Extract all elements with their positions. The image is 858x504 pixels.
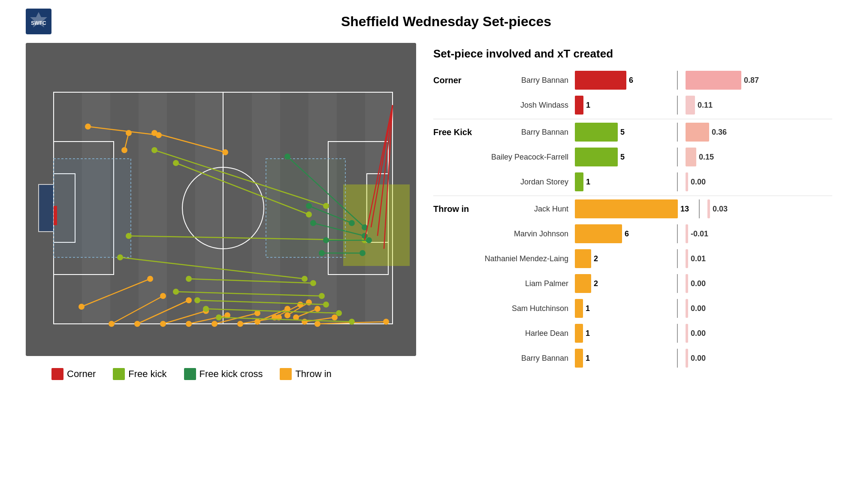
svg-rect-11 [224, 92, 252, 324]
bar-count: 13 [680, 205, 691, 214]
svg-point-53 [186, 321, 192, 327]
bar-count: 1 [586, 329, 596, 338]
legend: Corner Free kick Free kick cross Throw i… [26, 360, 416, 388]
svg-point-93 [302, 276, 308, 282]
svg-point-75 [126, 130, 132, 136]
svg-point-116 [366, 237, 372, 243]
right-panel: Set-piece involved and xT created Corner… [433, 43, 832, 500]
bar-left: 1 [575, 172, 669, 191]
bar-count: 2 [594, 279, 604, 288]
player-name: Barry Bannan [480, 76, 575, 85]
count-bar [575, 148, 618, 166]
xt-bar [686, 123, 709, 142]
count-bar [575, 96, 583, 115]
bars-area: 6 0.87 [575, 71, 832, 90]
xt-value: 0.15 [699, 153, 722, 162]
svg-rect-28 [54, 206, 57, 225]
svg-point-74 [222, 149, 228, 155]
header: SWFC Sheffield Wednesday Set-pieces [0, 0, 858, 43]
panel-title: Set-piece involved and xT created [433, 47, 832, 60]
freekick-section-label-empty [433, 146, 480, 168]
xt-bar [686, 274, 688, 293]
svg-point-66 [314, 306, 320, 312]
xt-value: 0.01 [691, 254, 714, 263]
count-bar [575, 324, 583, 343]
chart-row: Throw in Jack Hunt 13 0.03 [433, 198, 832, 220]
svg-point-111 [306, 203, 312, 209]
throwin-section-label-empty2 [433, 247, 480, 270]
count-bar [575, 349, 583, 368]
freekick-section-label: Free Kick [433, 121, 480, 143]
svg-point-76 [121, 147, 127, 153]
svg-point-70 [383, 319, 389, 325]
svg-point-55 [211, 321, 218, 327]
divider [677, 123, 678, 142]
divider [677, 96, 678, 115]
divider [677, 274, 678, 293]
xt-bar [707, 199, 710, 218]
svg-point-94 [186, 276, 192, 282]
chart-row: Sam Hutchinson 1 0.00 [433, 297, 832, 320]
chart-row: Liam Palmer 2 0.00 [433, 272, 832, 295]
throwin-section-label-empty6 [433, 347, 480, 369]
bars-area: 5 0.36 [575, 123, 832, 142]
svg-rect-23 [54, 159, 131, 257]
xt-bar [686, 324, 688, 343]
player-name: Jack Hunt [480, 205, 575, 214]
bar-count: 6 [629, 76, 640, 85]
svg-point-97 [319, 293, 325, 299]
svg-point-46 [147, 276, 153, 282]
page-title: Sheffield Wednesday Set-pieces [60, 14, 832, 30]
player-name: Liam Palmer [480, 279, 575, 288]
corner-label: Corner [433, 75, 462, 85]
svg-point-100 [203, 306, 209, 312]
player-name: Jordan Storey [480, 178, 575, 187]
bar-count: 5 [620, 153, 631, 162]
player-name: Harlee Dean [480, 329, 575, 338]
divider [677, 324, 678, 343]
svg-point-91 [306, 211, 312, 217]
xt-value: 0.03 [713, 205, 736, 214]
svg-point-117 [319, 250, 325, 256]
svg-point-73 [151, 130, 157, 136]
player-name: Barry Bannan [480, 128, 575, 137]
pitch-svg [26, 43, 416, 356]
svg-point-47 [109, 321, 115, 327]
section-divider [433, 196, 832, 196]
player-name: Barry Bannan [480, 354, 575, 363]
legend-corner-label: Corner [67, 368, 96, 380]
bar-count: 1 [586, 178, 597, 187]
bars-area: 2 0.01 [575, 249, 832, 268]
chart-row: Jordan Storey 1 0.00 [433, 171, 832, 193]
svg-point-118 [360, 250, 366, 256]
bar-count: 2 [594, 254, 604, 263]
xt-value: 0.00 [691, 304, 714, 313]
svg-point-57 [237, 321, 243, 327]
count-bar [575, 172, 583, 191]
bar-right: 0.87 [686, 71, 767, 90]
bar-right: 0.36 [686, 123, 735, 142]
player-name: Marvin Johnson [480, 229, 575, 238]
count-bar [575, 199, 678, 218]
divider [677, 349, 678, 368]
bar-count: 1 [586, 101, 597, 110]
bar-count: 1 [586, 354, 596, 363]
bar-count: 1 [586, 304, 596, 313]
chart-row: Barry Bannan 1 0.00 [433, 347, 832, 369]
chart-row: Corner Barry Bannan 6 0.87 [433, 69, 832, 91]
count-bar [575, 123, 618, 142]
svg-rect-9 [167, 92, 195, 324]
throwin-section-label-empty3 [433, 272, 480, 295]
svg-rect-8 [139, 92, 167, 324]
xt-value: 0.11 [698, 101, 721, 110]
bar-left: 1 [575, 324, 669, 343]
bars-area: 1 0.00 [575, 172, 832, 191]
bar-left: 2 [575, 274, 669, 293]
legend-freekickcross: Free kick cross [184, 368, 263, 380]
legend-throwin-label: Throw in [295, 368, 331, 380]
divider [677, 71, 678, 90]
chart-row: Free Kick Barry Bannan 5 0.36 [433, 121, 832, 143]
xt-value: 0.00 [691, 178, 714, 187]
svg-rect-10 [195, 92, 224, 324]
bars-area: 1 0.11 [575, 96, 832, 115]
